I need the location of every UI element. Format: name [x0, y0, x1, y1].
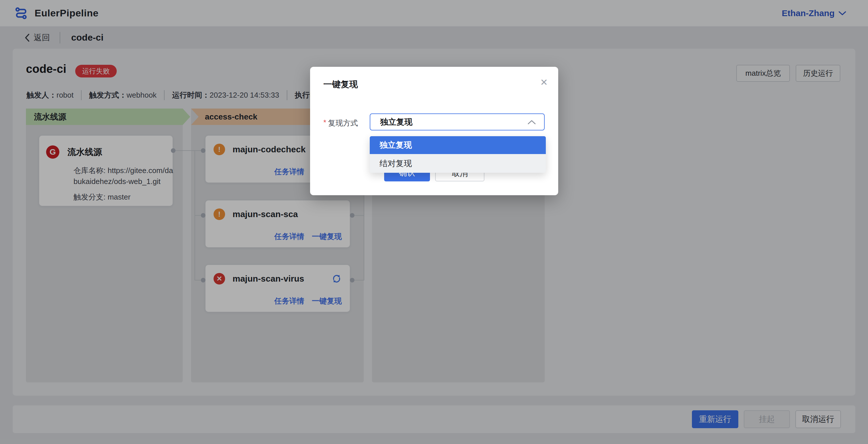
reproduce-mode-label: * 复现方式: [323, 118, 358, 128]
select-value: 独立复现: [380, 116, 527, 128]
modal-title: 一键复现: [323, 79, 358, 91]
reproduce-mode-select[interactable]: 独立复现: [370, 113, 545, 130]
option-independent-reproduce[interactable]: 独立复现: [370, 136, 546, 154]
select-dropdown: 独立复现 结对复现: [370, 136, 546, 173]
option-paired-reproduce[interactable]: 结对复现: [370, 154, 546, 173]
reproduce-modal: 一键复现 ✕ * 复现方式 独立复现 确认 取消 独立复现 结对复现: [310, 67, 558, 195]
close-icon[interactable]: ✕: [540, 78, 548, 87]
chevron-up-icon: [527, 119, 536, 125]
required-mark: *: [323, 118, 326, 128]
